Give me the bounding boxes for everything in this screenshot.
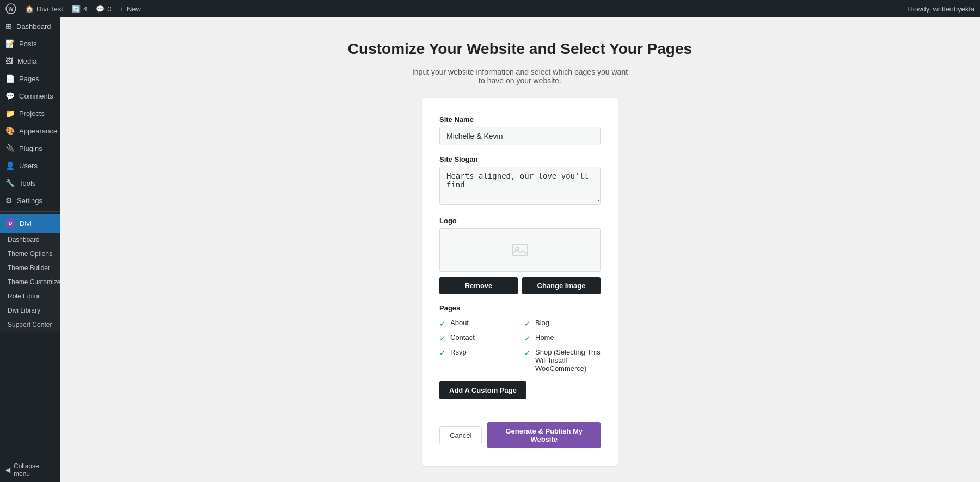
comments-item[interactable]: 💬 0 <box>96 5 111 13</box>
comment-icon: 💬 <box>96 5 105 13</box>
projects-icon: 📁 <box>5 109 15 118</box>
remove-logo-button[interactable]: Remove <box>439 277 518 294</box>
cancel-button[interactable]: Cancel <box>439 426 482 444</box>
site-name-label: Divi Test <box>36 5 63 13</box>
sidebar-item-appearance[interactable]: 🎨 Appearance <box>0 122 60 139</box>
site-name-icon: 🏠 <box>25 5 34 13</box>
sub-divi-library-label: Divi Library <box>8 307 40 314</box>
sidebar-item-plugins[interactable]: 🔌 Plugins <box>0 139 60 157</box>
settings-icon: ⚙ <box>5 196 13 205</box>
sidebar-item-dashboard[interactable]: ⊞ Dashboard <box>0 17 60 35</box>
sidebar-sub-dashboard[interactable]: Dashboard <box>0 233 60 247</box>
site-name-label: Site Name <box>439 115 601 124</box>
sub-theme-customizer-label: Theme Customizer <box>8 278 60 286</box>
page-label-rsvp: Rsvp <box>450 348 467 356</box>
page-item-blog: ✓ Blog <box>524 319 601 328</box>
page-item-rsvp: ✓ Rsvp <box>439 348 516 373</box>
add-custom-page-button[interactable]: Add A Custom Page <box>439 381 526 399</box>
page-subtitle: Input your website information and selec… <box>411 68 629 85</box>
site-name-input[interactable] <box>439 127 601 145</box>
app-body: ⊞ Dashboard 📝 Posts 🖼 Media 📄 Pages 💬 Co… <box>0 17 980 482</box>
update-count: 4 <box>83 5 87 13</box>
logo-group: Logo Remove Change Image <box>439 217 601 294</box>
pages-grid: ✓ About ✓ Blog ✓ Contact ✓ Home <box>439 319 601 373</box>
pages-section-label: Pages <box>439 304 601 312</box>
sidebar: ⊞ Dashboard 📝 Posts 🖼 Media 📄 Pages 💬 Co… <box>0 17 60 482</box>
sidebar-sub-theme-options[interactable]: Theme Options <box>0 247 60 261</box>
logo-label: Logo <box>439 217 601 225</box>
site-slogan-input[interactable]: Hearts aligned, our love you'll find <box>439 167 601 205</box>
sidebar-item-pages[interactable]: 📄 Pages <box>0 70 60 87</box>
sidebar-item-label: Projects <box>19 109 45 118</box>
sidebar-item-label: Plugins <box>19 144 42 152</box>
page-item-contact: ✓ Contact <box>439 333 516 343</box>
site-slogan-label: Site Slogan <box>439 155 601 163</box>
sidebar-item-settings[interactable]: ⚙ Settings <box>0 192 60 209</box>
posts-icon: 📝 <box>5 39 15 48</box>
wp-icon: W <box>5 3 16 14</box>
sidebar-sub-role-editor[interactable]: Role Editor <box>0 289 60 303</box>
sub-dashboard-label: Dashboard <box>8 236 40 243</box>
logo-button-row: Remove Change Image <box>439 277 601 294</box>
sidebar-item-label: Appearance <box>19 127 57 135</box>
sidebar-item-posts[interactable]: 📝 Posts <box>0 35 60 52</box>
sidebar-item-label: Users <box>19 162 38 170</box>
sub-support-center-label: Support Center <box>8 321 52 328</box>
page-heading: Customize Your Website and Select Your P… <box>348 39 692 59</box>
sidebar-sub-divi-library[interactable]: Divi Library <box>0 303 60 318</box>
admin-bar: W 🏠 Divi Test 🔄 4 💬 0 + New Howdy, writt… <box>0 0 980 17</box>
svg-rect-2 <box>512 245 528 255</box>
howdy-text: Howdy, writtenbyekta <box>908 5 975 13</box>
check-icon-shop: ✓ <box>524 349 531 357</box>
page-item-shop: ✓ Shop (Selecting This Will Install WooC… <box>524 348 601 373</box>
new-icon: + <box>120 5 124 13</box>
logo-placeholder-icon <box>510 240 530 260</box>
form-card: Site Name Site Slogan Hearts aligned, ou… <box>422 98 618 466</box>
plugins-icon: 🔌 <box>5 144 15 152</box>
page-item-about: ✓ About <box>439 319 516 328</box>
dashboard-icon: ⊞ <box>5 22 12 30</box>
sidebar-item-label: Media <box>17 57 36 65</box>
appearance-icon: 🎨 <box>5 126 15 135</box>
svg-text:W: W <box>8 6 14 12</box>
admin-bar-left: W 🏠 Divi Test 🔄 4 💬 0 + New <box>5 3 141 14</box>
update-icon: 🔄 <box>72 5 81 13</box>
sidebar-divider <box>0 211 60 212</box>
sidebar-item-tools[interactable]: 🔧 Tools <box>0 174 60 192</box>
sub-theme-builder-label: Theme Builder <box>8 264 50 272</box>
sidebar-sub-theme-customizer[interactable]: Theme Customizer <box>0 275 60 289</box>
pages-icon: 📄 <box>5 74 15 83</box>
page-label-shop: Shop (Selecting This Will Install WooCom… <box>535 348 601 373</box>
sidebar-item-divi[interactable]: D Divi <box>0 214 60 233</box>
change-image-button[interactable]: Change Image <box>522 277 601 294</box>
site-slogan-group: Site Slogan Hearts aligned, our love you… <box>439 155 601 207</box>
new-label: New <box>127 5 141 13</box>
sidebar-sub-theme-builder[interactable]: Theme Builder <box>0 261 60 275</box>
page-label-about: About <box>450 319 469 327</box>
check-icon-about: ✓ <box>439 319 446 328</box>
pages-group: Pages ✓ About ✓ Blog ✓ Contact <box>439 304 601 412</box>
tools-icon: 🔧 <box>5 179 15 187</box>
wp-logo-item[interactable]: W <box>5 3 16 14</box>
site-name-group: Site Name <box>439 115 601 145</box>
check-icon-home: ✓ <box>524 334 531 343</box>
sidebar-divi-submenu: Dashboard Theme Options Theme Builder Th… <box>0 233 60 332</box>
check-icon-contact: ✓ <box>439 334 446 343</box>
page-label-contact: Contact <box>450 333 475 341</box>
sidebar-item-media[interactable]: 🖼 Media <box>0 52 60 70</box>
new-item[interactable]: + New <box>120 5 141 13</box>
sidebar-sub-support-center[interactable]: Support Center <box>0 318 60 332</box>
divi-logo-icon: D <box>5 218 15 228</box>
collapse-menu-button[interactable]: ◀ Collapse menu <box>0 458 60 482</box>
site-name-item[interactable]: 🏠 Divi Test <box>25 5 63 13</box>
sub-theme-options-label: Theme Options <box>8 250 52 258</box>
updates-item[interactable]: 🔄 4 <box>72 5 87 13</box>
page-title: Customize Your Website and Select Your P… <box>348 39 692 59</box>
sidebar-item-projects[interactable]: 📁 Projects <box>0 105 60 122</box>
collapse-icon: ◀ <box>5 466 10 474</box>
sidebar-item-label: Comments <box>19 92 53 100</box>
page-label-home: Home <box>535 333 554 341</box>
generate-publish-button[interactable]: Generate & Publish My Website <box>487 422 601 448</box>
sidebar-item-comments[interactable]: 💬 Comments <box>0 87 60 105</box>
sidebar-item-users[interactable]: 👤 Users <box>0 157 60 174</box>
